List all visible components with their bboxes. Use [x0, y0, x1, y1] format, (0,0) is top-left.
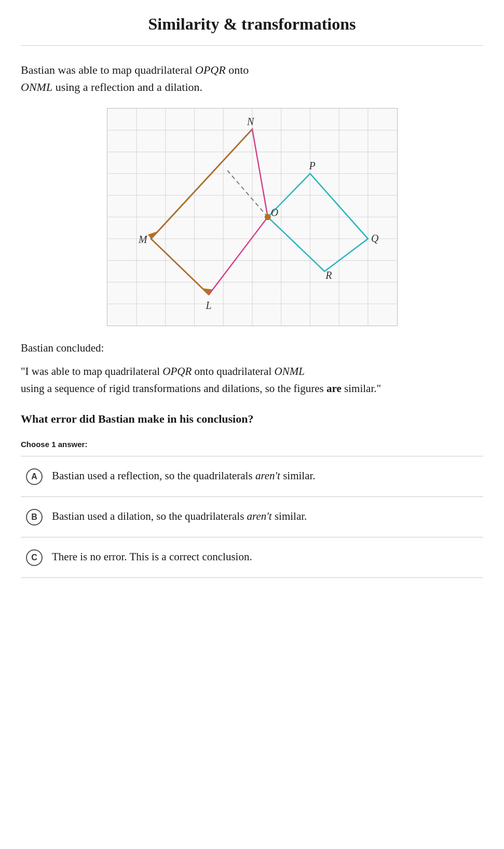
diagram-container: N P O Q R M L [21, 108, 483, 326]
answer-text-a: Bastian used a reflection, so the quadri… [52, 468, 316, 483]
intro-paragraph: Bastian was able to map quadrilateral OP… [21, 61, 483, 96]
answer-circle-b: B [26, 509, 43, 525]
page-header: Similarity & transformations [21, 0, 483, 46]
page-title: Similarity & transformations [21, 15, 483, 34]
answer-item-c[interactable]: C There is no error. This is a correct c… [21, 537, 483, 578]
diagram: N P O Q R M L [107, 108, 398, 326]
quote-text3: using a sequence of rigid transformation… [21, 382, 326, 395]
choose-label: Choose 1 answer: [21, 440, 483, 449]
intro-text1: Bastian was able to map quadrilateral [21, 63, 195, 76]
svg-point-25 [264, 214, 270, 220]
intro-math1: OPQR [195, 63, 226, 76]
svg-text:M: M [138, 234, 148, 245]
diagram-svg: N P O Q R M L [107, 109, 397, 326]
svg-line-20 [227, 170, 268, 217]
svg-text:Q: Q [371, 233, 378, 244]
answer-item-b[interactable]: B Bastian used a dilation, so the quadri… [21, 497, 483, 537]
question-text: What error did Bastian make in his concl… [21, 412, 253, 425]
answer-text-c: There is no error. This is a correct con… [52, 549, 252, 564]
quote-math2: ONML [275, 365, 305, 378]
concluded-paragraph: Bastian concluded: [21, 342, 483, 355]
svg-marker-19 [267, 173, 367, 271]
answer-circle-a: A [26, 468, 43, 485]
svg-line-23 [151, 239, 208, 294]
svg-marker-18 [151, 129, 267, 294]
quote-paragraph: "I was able to map quadrilateral OPQR on… [21, 363, 483, 397]
question-paragraph: What error did Bastian make in his concl… [21, 411, 483, 427]
answer-circle-c: C [26, 549, 43, 566]
intro-text3: using a reflection and a dilation. [52, 80, 202, 93]
svg-text:R: R [325, 269, 332, 281]
intro-math2: ONML [21, 80, 52, 93]
answer-item-a[interactable]: A Bastian used a reflection, so the quad… [21, 456, 483, 497]
concluded-label: Bastian concluded: [21, 342, 104, 354]
svg-text:P: P [308, 160, 315, 171]
intro-text2: onto [226, 63, 249, 76]
svg-text:O: O [270, 207, 278, 218]
svg-line-21 [151, 129, 252, 239]
quote-text4: similar." [342, 382, 381, 395]
svg-text:N: N [247, 116, 255, 127]
choose-label-text: Choose 1 answer: [21, 440, 87, 449]
svg-text:L: L [205, 300, 211, 311]
quote-text1: "I was able to map quadrilateral [21, 365, 162, 378]
quote-bold: are [326, 382, 342, 395]
answers-section: A Bastian used a reflection, so the quad… [21, 456, 483, 578]
quote-math1: OPQR [162, 365, 192, 378]
quote-text2: onto quadrilateral [192, 365, 274, 378]
answer-text-b: Bastian used a dilation, so the quadrila… [52, 508, 307, 524]
